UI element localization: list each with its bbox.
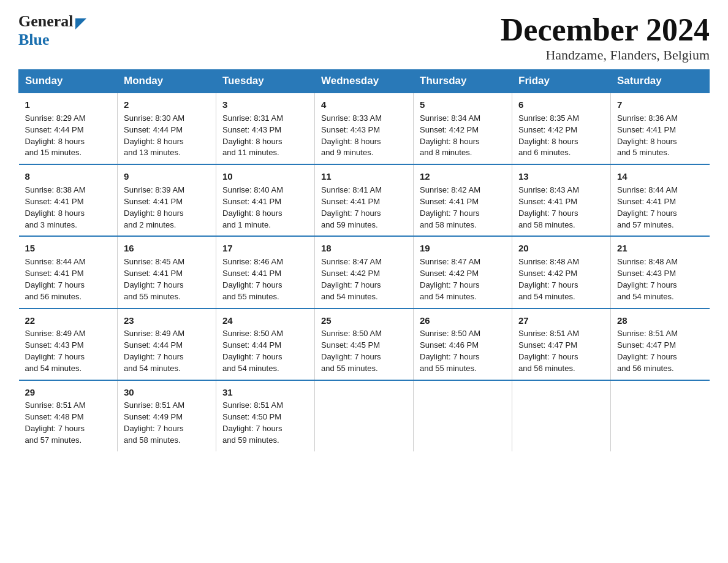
day-info-line: Sunset: 4:42 PM: [420, 268, 506, 280]
day-number: 14: [617, 170, 703, 183]
calendar-table: SundayMondayTuesdayWednesdayThursdayFrid…: [18, 69, 710, 451]
calendar-cell: 18Sunrise: 8:47 AMSunset: 4:42 PMDayligh…: [315, 236, 414, 308]
day-info-line: and 9 minutes.: [321, 147, 407, 159]
day-info-line: Sunrise: 8:47 AM: [321, 256, 407, 268]
day-info-line: Daylight: 8 hours: [124, 208, 210, 220]
svg-marker-0: [75, 18, 86, 29]
day-number: 10: [222, 170, 308, 183]
week-row-2: 8Sunrise: 8:38 AMSunset: 4:41 PMDaylight…: [19, 164, 710, 236]
day-info-line: and 58 minutes.: [420, 220, 506, 231]
day-info-line: and 59 minutes.: [222, 435, 308, 446]
day-info-line: and 3 minutes.: [25, 220, 112, 231]
day-info-line: Daylight: 7 hours: [518, 208, 604, 220]
day-info-line: Sunrise: 8:29 AM: [25, 113, 112, 124]
day-number: 4: [321, 98, 407, 112]
day-number: 24: [222, 314, 308, 327]
day-info-line: Sunrise: 8:41 AM: [321, 185, 407, 196]
day-info-line: Sunrise: 8:51 AM: [222, 400, 308, 412]
day-number: 11: [321, 170, 407, 183]
calendar-cell: 14Sunrise: 8:44 AMSunset: 4:41 PMDayligh…: [611, 164, 710, 236]
day-info-line: and 57 minutes.: [25, 435, 112, 446]
day-info-line: and 54 minutes.: [420, 291, 506, 303]
day-info-line: Daylight: 7 hours: [124, 351, 210, 363]
day-number: 8: [25, 170, 112, 183]
week-row-3: 15Sunrise: 8:44 AMSunset: 4:41 PMDayligh…: [19, 236, 710, 308]
day-info-line: and 56 minutes.: [617, 363, 703, 375]
day-info-line: Sunrise: 8:49 AM: [25, 328, 112, 340]
calendar-cell: 30Sunrise: 8:51 AMSunset: 4:49 PMDayligh…: [118, 380, 216, 451]
day-info-line: Sunset: 4:41 PM: [222, 196, 308, 208]
day-info-line: Sunset: 4:43 PM: [321, 124, 407, 136]
day-number: 17: [222, 242, 308, 255]
day-info-line: Sunrise: 8:51 AM: [518, 328, 604, 340]
day-info-line: Sunrise: 8:48 AM: [617, 256, 703, 268]
calendar-cell: [611, 380, 710, 451]
day-info-line: and 54 minutes.: [321, 291, 407, 303]
calendar-cell: 9Sunrise: 8:39 AMSunset: 4:41 PMDaylight…: [118, 164, 216, 236]
day-info-line: Sunset: 4:43 PM: [617, 268, 703, 280]
day-info-line: Daylight: 8 hours: [617, 136, 703, 148]
calendar-cell: [512, 380, 611, 451]
day-info-line: and 8 minutes.: [420, 147, 506, 159]
day-info-line: Sunset: 4:44 PM: [124, 340, 210, 351]
day-number: 22: [25, 314, 112, 327]
day-info-line: Sunrise: 8:39 AM: [124, 185, 210, 196]
day-info-line: Daylight: 7 hours: [222, 280, 308, 291]
day-number: 27: [518, 314, 604, 327]
day-info-line: Daylight: 7 hours: [617, 280, 703, 291]
header-day-thursday: Thursday: [414, 70, 512, 93]
calendar-body: 1Sunrise: 8:29 AMSunset: 4:44 PMDaylight…: [19, 93, 710, 451]
calendar-cell: 25Sunrise: 8:50 AMSunset: 4:45 PMDayligh…: [315, 308, 414, 380]
day-info-line: Sunset: 4:43 PM: [25, 340, 112, 351]
calendar-cell: 13Sunrise: 8:43 AMSunset: 4:41 PMDayligh…: [512, 164, 611, 236]
day-info-line: and 5 minutes.: [617, 147, 703, 159]
day-info-line: Daylight: 7 hours: [420, 208, 506, 220]
day-info-line: Daylight: 7 hours: [321, 208, 407, 220]
calendar-cell: [414, 380, 512, 451]
calendar-cell: 11Sunrise: 8:41 AMSunset: 4:41 PMDayligh…: [315, 164, 414, 236]
day-info-line: Daylight: 8 hours: [25, 136, 112, 148]
day-info-line: Daylight: 7 hours: [617, 208, 703, 220]
calendar-cell: 22Sunrise: 8:49 AMSunset: 4:43 PMDayligh…: [19, 308, 118, 380]
day-info-line: Daylight: 7 hours: [518, 351, 604, 363]
day-info-line: Sunrise: 8:30 AM: [124, 113, 210, 124]
logo-triangle-icon: [75, 18, 86, 29]
day-info-line: Sunset: 4:41 PM: [518, 196, 604, 208]
calendar-cell: 31Sunrise: 8:51 AMSunset: 4:50 PMDayligh…: [216, 380, 315, 451]
day-number: 13: [518, 170, 604, 183]
calendar-cell: [315, 380, 414, 451]
title-section: December 2024 Handzame, Flanders, Belgiu…: [501, 12, 710, 63]
header-day-saturday: Saturday: [611, 70, 710, 93]
day-info-line: and 57 minutes.: [617, 220, 703, 231]
day-info-line: Sunrise: 8:35 AM: [518, 113, 604, 124]
week-row-1: 1Sunrise: 8:29 AMSunset: 4:44 PMDaylight…: [19, 93, 710, 164]
day-info-line: Sunset: 4:44 PM: [222, 340, 308, 351]
day-info-line: and 54 minutes.: [25, 363, 112, 375]
day-info-line: and 54 minutes.: [124, 363, 210, 375]
day-info-line: Sunset: 4:48 PM: [25, 412, 112, 423]
day-number: 20: [518, 242, 604, 255]
day-info-line: Sunset: 4:49 PM: [124, 412, 210, 423]
calendar-cell: 12Sunrise: 8:42 AMSunset: 4:41 PMDayligh…: [414, 164, 512, 236]
page-header: General Blue December 2024 Handzame, Fla…: [18, 12, 710, 63]
day-info-line: and 55 minutes.: [222, 291, 308, 303]
day-info-line: Sunrise: 8:50 AM: [222, 328, 308, 340]
day-info-line: Sunset: 4:47 PM: [518, 340, 604, 351]
calendar-cell: 5Sunrise: 8:34 AMSunset: 4:42 PMDaylight…: [414, 93, 512, 164]
day-number: 28: [617, 314, 703, 327]
day-number: 30: [124, 386, 210, 399]
day-info-line: Daylight: 7 hours: [124, 280, 210, 291]
day-info-line: Sunset: 4:42 PM: [321, 268, 407, 280]
logo: General Blue: [18, 12, 86, 49]
calendar-cell: 1Sunrise: 8:29 AMSunset: 4:44 PMDaylight…: [19, 93, 118, 164]
calendar-cell: 8Sunrise: 8:38 AMSunset: 4:41 PMDaylight…: [19, 164, 118, 236]
day-info-line: Sunrise: 8:34 AM: [420, 113, 506, 124]
day-number: 19: [420, 242, 506, 255]
day-info-line: Sunrise: 8:48 AM: [518, 256, 604, 268]
calendar-cell: 15Sunrise: 8:44 AMSunset: 4:41 PMDayligh…: [19, 236, 118, 308]
calendar-cell: 7Sunrise: 8:36 AMSunset: 4:41 PMDaylight…: [611, 93, 710, 164]
day-info-line: Sunrise: 8:46 AM: [222, 256, 308, 268]
day-info-line: Daylight: 8 hours: [124, 136, 210, 148]
day-info-line: and 55 minutes.: [321, 363, 407, 375]
calendar-cell: 2Sunrise: 8:30 AMSunset: 4:44 PMDaylight…: [118, 93, 216, 164]
